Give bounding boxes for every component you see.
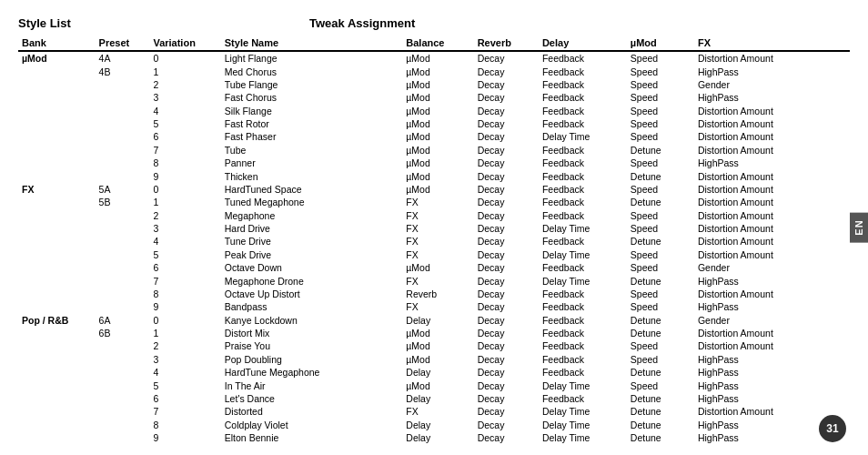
cell-umod: Speed (627, 300, 694, 313)
cell-preset (96, 379, 150, 391)
cell-bank (18, 288, 96, 300)
cell-umod: Speed (627, 65, 694, 77)
cell-variation: 2 (149, 339, 220, 352)
cell-variation: 3 (149, 353, 220, 366)
cell-umod: Detune (627, 144, 694, 157)
cell-umod: Speed (627, 261, 694, 274)
cell-fx: HighPass (694, 274, 850, 287)
cell-delay: Feedback (539, 144, 627, 157)
cell-styleName: Light Flange (221, 51, 403, 65)
cell-reverb: Decay (474, 91, 539, 104)
cell-styleName: HardTune Megaphone (221, 366, 403, 379)
cell-preset: 5A (96, 183, 150, 196)
cell-fx: Distortion Amount (694, 222, 850, 235)
cell-preset (96, 91, 150, 104)
cell-umod: Detune (627, 314, 694, 327)
cell-reverb: Decay (474, 78, 539, 91)
cell-fx: HighPass (694, 300, 850, 313)
cell-fx: Distortion Amount (694, 196, 850, 208)
cell-balance: FX (402, 300, 473, 313)
cell-umod: Speed (627, 183, 694, 196)
cell-delay: Delay Time (539, 419, 627, 431)
cell-variation: 5 (149, 117, 220, 130)
cell-styleName: Octave Up Distort (221, 288, 403, 300)
cell-balance: µMod (402, 105, 473, 117)
cell-styleName: Kanye Lockdown (221, 314, 403, 327)
cell-preset (96, 274, 150, 287)
cell-delay: Feedback (539, 314, 627, 327)
cell-variation: 0 (149, 51, 220, 65)
cell-umod: Speed (627, 157, 694, 169)
cell-fx: Distortion Amount (694, 248, 850, 261)
cell-balance: FX (402, 235, 473, 248)
cell-delay: Feedback (539, 169, 627, 182)
cell-styleName: Med Chorus (221, 65, 403, 77)
cell-umod: Detune (627, 327, 694, 339)
cell-styleName: Elton Bennie (221, 431, 403, 444)
cell-fx: HighPass (694, 353, 850, 366)
table-row: µMod4A0Light FlangeµModDecayFeedbackSpee… (18, 51, 850, 65)
table-row: 2Tube FlangeµModDecayFeedbackSpeedGender (18, 78, 850, 91)
cell-umod: Speed (627, 248, 694, 261)
table-row: 7Megaphone DroneFXDecayDelay TimeDetuneH… (18, 274, 850, 287)
cell-variation: 7 (149, 274, 220, 287)
cell-preset (96, 431, 150, 444)
cell-variation: 6 (149, 261, 220, 274)
table-row: 9BandpassFXDecayFeedbackSpeedHighPass (18, 300, 850, 313)
cell-fx: HighPass (694, 65, 850, 77)
cell-delay: Delay Time (539, 222, 627, 235)
cell-preset: 4A (96, 51, 150, 65)
cell-delay: Feedback (539, 235, 627, 248)
cell-balance: µMod (402, 91, 473, 104)
cell-preset (96, 209, 150, 222)
cell-umod: Detune (627, 196, 694, 208)
cell-balance: Reverb (402, 288, 473, 300)
cell-reverb: Decay (474, 366, 539, 379)
cell-reverb: Decay (474, 261, 539, 274)
table-header-row: Bank Preset Variation Style Name Balance… (18, 35, 850, 51)
cell-umod: Speed (627, 105, 694, 117)
cell-reverb: Decay (474, 65, 539, 77)
cell-preset (96, 222, 150, 235)
cell-umod: Detune (627, 274, 694, 287)
cell-delay: Feedback (539, 183, 627, 196)
cell-balance: µMod (402, 183, 473, 196)
cell-bank (18, 91, 96, 104)
cell-preset (96, 130, 150, 143)
cell-reverb: Decay (474, 130, 539, 143)
cell-bank (18, 392, 96, 405)
cell-bank: µMod (18, 51, 96, 65)
cell-delay: Delay Time (539, 130, 627, 143)
table-row: 6Fast PhaserµModDecayDelay TimeSpeedDist… (18, 130, 850, 143)
cell-fx: HighPass (694, 157, 850, 169)
cell-styleName: Tube Flange (221, 78, 403, 91)
cell-delay: Feedback (539, 65, 627, 77)
cell-styleName: Fast Rotor (221, 117, 403, 130)
cell-bank (18, 117, 96, 130)
cell-preset (96, 288, 150, 300)
cell-umod: Speed (627, 379, 694, 391)
cell-preset: 5B (96, 196, 150, 208)
cell-styleName: Praise You (221, 339, 403, 352)
cell-delay: Feedback (539, 392, 627, 405)
cell-balance: µMod (402, 78, 473, 91)
cell-umod: Speed (627, 222, 694, 235)
cell-variation: 2 (149, 78, 220, 91)
cell-reverb: Decay (474, 392, 539, 405)
cell-preset: 4B (96, 65, 150, 77)
table-row: 5In The AirµModDecayDelay TimeSpeedHighP… (18, 379, 850, 391)
cell-fx: Distortion Amount (694, 288, 850, 300)
cell-balance: FX (402, 222, 473, 235)
cell-bank: Pop / R&B (18, 314, 96, 327)
cell-bank (18, 235, 96, 248)
cell-delay: Feedback (539, 339, 627, 352)
table-row: 6Octave DownµModDecayFeedbackSpeedGender (18, 261, 850, 274)
cell-delay: Feedback (539, 78, 627, 91)
cell-fx: Distortion Amount (694, 235, 850, 248)
cell-fx: Distortion Amount (694, 144, 850, 157)
cell-preset (96, 78, 150, 91)
cell-bank (18, 144, 96, 157)
cell-reverb: Decay (474, 117, 539, 130)
cell-preset (96, 235, 150, 248)
cell-fx: Distortion Amount (694, 209, 850, 222)
